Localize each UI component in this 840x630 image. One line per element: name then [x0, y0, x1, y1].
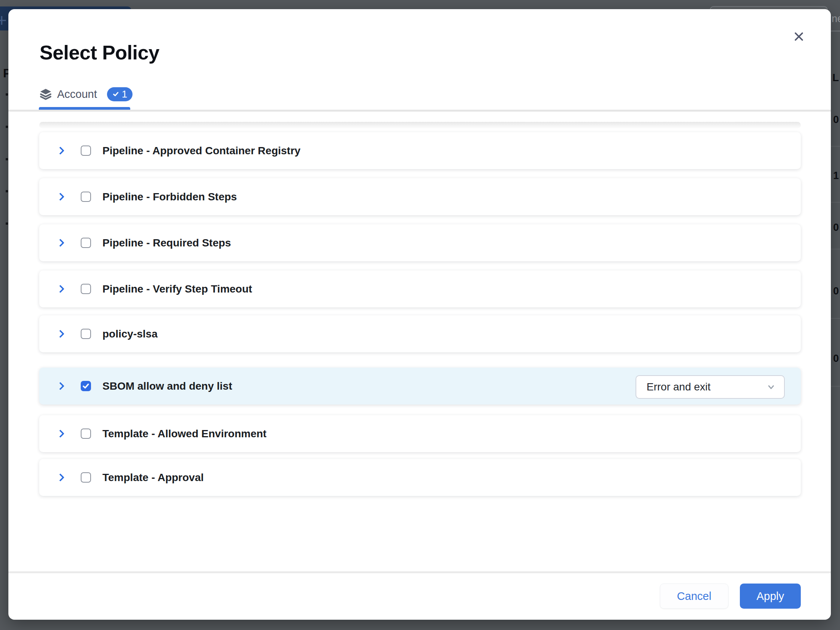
background-row-edge — [831, 249, 840, 249]
policy-row[interactable]: policy-slsa — [39, 315, 801, 352]
background-bullet — [6, 222, 8, 225]
select-policy-dialog: Select Policy Account 1 — [8, 9, 831, 620]
policy-row-selected[interactable]: SBOM allow and deny list Error and exit — [39, 368, 801, 405]
background-bullet — [6, 158, 8, 160]
policy-name: Pipeline - Forbidden Steps — [102, 191, 237, 203]
policy-row[interactable]: Pipeline - Required Steps — [39, 224, 801, 261]
partially-scrolled-row — [39, 122, 801, 128]
background-row-edge — [831, 318, 840, 319]
chevron-right-icon[interactable] — [56, 430, 64, 438]
background-cell-value: 1 — [833, 170, 839, 182]
policy-checkbox[interactable] — [81, 329, 91, 339]
tab-account-label: Account — [57, 88, 97, 101]
chevron-right-icon[interactable] — [56, 193, 64, 201]
policy-row[interactable]: Pipeline - Forbidden Steps — [39, 178, 801, 215]
background-cell-value: 0 — [833, 285, 839, 297]
x-icon — [792, 30, 806, 43]
policy-name: policy-slsa — [102, 328, 158, 340]
dialog-title: Select Policy — [40, 41, 159, 64]
policy-row[interactable]: Template - Allowed Environment — [39, 415, 801, 452]
background-row-edge — [831, 146, 840, 147]
layers-icon — [40, 88, 52, 100]
background-column-header: L — [832, 72, 839, 84]
background-cell-value: 0 — [833, 353, 839, 365]
chevron-right-icon[interactable] — [56, 330, 64, 338]
background-divider — [831, 30, 840, 32]
background-cell-value: 0 — [833, 114, 839, 126]
background-partial-text-right: ne — [832, 13, 840, 25]
background-row-edge — [831, 202, 840, 203]
selected-count-badge: 1 — [107, 87, 133, 101]
tab-account[interactable]: Account 1 — [40, 85, 133, 103]
divider — [8, 571, 831, 573]
policy-list[interactable]: Pipeline - Approved Container Registry P… — [8, 112, 831, 571]
plus-icon: + — [0, 10, 7, 30]
policy-checkbox[interactable] — [81, 472, 91, 483]
background-bullet — [6, 93, 8, 96]
close-button[interactable] — [790, 27, 808, 46]
policy-checkbox[interactable] — [81, 192, 91, 202]
chevron-right-icon[interactable] — [56, 473, 64, 481]
active-tab-indicator — [39, 107, 130, 110]
policy-name: Pipeline - Approved Container Registry — [102, 145, 300, 157]
chevron-right-icon[interactable] — [56, 382, 64, 390]
background-cell-value: 0 — [833, 222, 839, 233]
check-icon — [112, 91, 119, 98]
policy-checkbox[interactable] — [81, 146, 91, 156]
chevron-down-icon — [767, 382, 776, 392]
policy-row[interactable]: Pipeline - Verify Step Timeout — [39, 270, 801, 307]
policy-row[interactable]: Template - Approval — [39, 459, 801, 496]
background-bullet — [6, 190, 8, 192]
selected-count: 1 — [122, 88, 127, 100]
policy-name: SBOM allow and deny list — [102, 380, 232, 392]
chevron-right-icon[interactable] — [56, 285, 64, 293]
policy-checkbox[interactable] — [81, 238, 91, 248]
chevron-right-icon[interactable] — [56, 147, 64, 155]
policy-checkbox-checked[interactable] — [81, 381, 91, 391]
evaluation-action-select[interactable]: Error and exit — [636, 375, 785, 399]
cancel-button[interactable]: Cancel — [660, 584, 728, 609]
apply-button[interactable]: Apply — [740, 584, 801, 609]
policy-row[interactable]: Pipeline - Approved Container Registry — [39, 132, 801, 169]
background-bullet — [6, 126, 8, 128]
policy-checkbox[interactable] — [81, 284, 91, 294]
background-row-edge — [831, 386, 840, 387]
policy-name: Template - Approval — [102, 472, 204, 484]
check-icon — [82, 382, 90, 390]
policy-name: Pipeline - Verify Step Timeout — [102, 283, 252, 295]
chevron-right-icon[interactable] — [56, 239, 64, 247]
policy-name: Pipeline - Required Steps — [102, 237, 231, 249]
policy-name: Template - Allowed Environment — [102, 428, 267, 440]
policy-checkbox[interactable] — [81, 429, 91, 439]
evaluation-action-value: Error and exit — [647, 381, 767, 393]
screen: + P ne L 0 1 0 0 0 Select Policy — [0, 0, 840, 630]
